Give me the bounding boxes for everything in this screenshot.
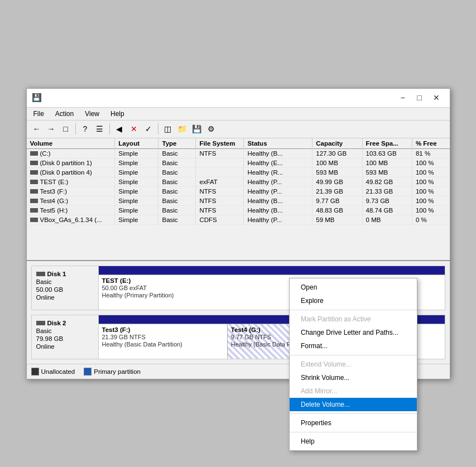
forward-button[interactable]: → bbox=[45, 122, 58, 136]
cell-type: Basic bbox=[158, 196, 196, 205]
check-button[interactable]: ✓ bbox=[142, 122, 155, 136]
menu-bar: File Action View Help bbox=[27, 108, 450, 121]
table-row[interactable]: (C:) Simple Basic NTFS Healthy (B... 127… bbox=[27, 148, 450, 158]
cell-free: 100 MB bbox=[362, 158, 412, 167]
maximize-button[interactable]: □ bbox=[412, 92, 427, 103]
table-row[interactable]: Test5 (H:) Simple Basic NTFS Healthy (B.… bbox=[27, 205, 450, 215]
cell-capacity: 127.30 GB bbox=[312, 148, 362, 158]
menu-action[interactable]: Action bbox=[51, 109, 78, 119]
ctx-item-4[interactable]: Change Drive Letter and Paths... bbox=[290, 326, 417, 339]
legend-unallocated: Unallocated bbox=[31, 368, 75, 375]
cell-pct: 100 % bbox=[412, 186, 449, 196]
menu-view[interactable]: View bbox=[80, 109, 104, 119]
ctx-item-10[interactable]: Delete Volume... bbox=[290, 398, 417, 411]
cell-fs: NTFS bbox=[196, 196, 244, 205]
menu-file[interactable]: File bbox=[29, 109, 49, 119]
partition-status: Healthy (Basic Data Partition) bbox=[102, 341, 224, 348]
new-button[interactable]: ◫ bbox=[161, 122, 175, 136]
disk-label-1: Disk 1 Basic 50.00 GB Online bbox=[32, 266, 99, 310]
help-button[interactable]: ? bbox=[79, 122, 92, 136]
cell-pct: 81 % bbox=[412, 148, 449, 158]
props-button[interactable]: ⚙ bbox=[205, 122, 218, 136]
disk-size: 50.00 GB bbox=[36, 286, 94, 293]
open-button[interactable]: 📁 bbox=[176, 122, 189, 136]
cell-status: Healthy (B... bbox=[244, 205, 312, 215]
cell-free: 593 MB bbox=[362, 167, 412, 177]
col-header-capacity[interactable]: Capacity bbox=[312, 138, 362, 149]
minimize-button[interactable]: − bbox=[395, 92, 411, 103]
close-button[interactable]: ✕ bbox=[429, 92, 444, 103]
back2-button[interactable]: ◀ bbox=[113, 122, 126, 136]
ctx-item-3: Mark Partition as Active bbox=[290, 312, 417, 326]
cell-status: Healthy (P... bbox=[244, 186, 312, 196]
cell-pct: 0 % bbox=[412, 215, 449, 224]
cell-capacity: 48.83 GB bbox=[312, 205, 362, 215]
ctx-item-9: Add Mirror... bbox=[290, 384, 417, 398]
cell-free: 49.82 GB bbox=[362, 177, 412, 186]
cell-pct: 100 % bbox=[412, 205, 449, 215]
cell-capacity: 100 MB bbox=[312, 158, 362, 167]
cell-type: Basic bbox=[158, 215, 196, 224]
cell-type: Basic bbox=[158, 148, 196, 158]
save-button[interactable]: 💾 bbox=[190, 122, 204, 136]
col-header-fs[interactable]: File System bbox=[196, 138, 244, 149]
window-controls: − □ ✕ bbox=[395, 92, 444, 103]
cell-free: 48.74 GB bbox=[362, 205, 412, 215]
cell-layout: Simple bbox=[115, 186, 158, 196]
cell-layout: Simple bbox=[115, 215, 158, 224]
cell-pct: 100 % bbox=[412, 196, 449, 205]
col-header-freespace[interactable]: Free Spa... bbox=[362, 138, 412, 149]
cell-status: Healthy (P... bbox=[244, 177, 312, 186]
cell-fs bbox=[196, 167, 244, 177]
col-header-status[interactable]: Status bbox=[244, 138, 312, 149]
volume-table-area: Volume Layout Type File System Status Ca… bbox=[27, 138, 450, 261]
table-row[interactable]: Test3 (F:) Simple Basic NTFS Healthy (P.… bbox=[27, 186, 450, 196]
back-button[interactable]: ← bbox=[30, 122, 44, 136]
ctx-item-5[interactable]: Format... bbox=[290, 339, 417, 353]
toolbar-sep-2 bbox=[109, 123, 110, 134]
col-header-type[interactable]: Type bbox=[158, 138, 196, 149]
cell-fs: NTFS bbox=[196, 148, 244, 158]
cell-fs: NTFS bbox=[196, 205, 244, 215]
cell-type: Basic bbox=[158, 205, 196, 215]
cell-volume: TEST (E:) bbox=[27, 177, 115, 186]
ctx-item-14[interactable]: Help bbox=[290, 435, 417, 448]
col-header-volume[interactable]: Volume bbox=[27, 138, 115, 149]
context-menu: OpenExploreMark Partition as ActiveChang… bbox=[289, 278, 417, 451]
col-header-layout[interactable]: Layout bbox=[115, 138, 158, 149]
cell-pct: 100 % bbox=[412, 158, 449, 167]
table-row[interactable]: VBox_GAs_6.1.34 (... Simple Basic CDFS H… bbox=[27, 215, 450, 224]
cell-layout: Simple bbox=[115, 158, 158, 167]
cell-free: 9.73 GB bbox=[362, 196, 412, 205]
partition-name: Test3 (F:) bbox=[102, 326, 224, 333]
legend-box-unalloc bbox=[31, 368, 39, 375]
ctx-item-8[interactable]: Shrink Volume... bbox=[290, 371, 417, 384]
table-row[interactable]: TEST (E:) Simple Basic exFAT Healthy (P.… bbox=[27, 177, 450, 186]
table-row[interactable]: (Disk 0 partition 1) Simple Basic Health… bbox=[27, 158, 450, 167]
toolbar-sep-1 bbox=[75, 123, 76, 134]
partition-2-1[interactable]: Test3 (F:) 21.39 GB NTFS Healthy (Basic … bbox=[99, 324, 228, 359]
list-button[interactable]: ☰ bbox=[93, 122, 107, 136]
table-row[interactable]: Test4 (G:) Simple Basic NTFS Healthy (B.… bbox=[27, 196, 450, 205]
cell-fs bbox=[196, 158, 244, 167]
disk-name: Disk 1 bbox=[47, 271, 66, 277]
table-row[interactable]: (Disk 0 partition 4) Simple Basic Health… bbox=[27, 167, 450, 177]
up-button[interactable]: □ bbox=[59, 122, 73, 136]
cell-status: Healthy (E... bbox=[244, 158, 312, 167]
stop-button[interactable]: ✕ bbox=[127, 122, 141, 136]
ctx-item-0[interactable]: Open bbox=[290, 281, 417, 294]
cell-free: 21.33 GB bbox=[362, 186, 412, 196]
toolbar: ← → □ ? ☰ ◀ ✕ ✓ ◫ 📁 💾 ⚙ bbox=[27, 121, 450, 138]
cell-layout: Simple bbox=[115, 177, 158, 186]
cell-fs: CDFS bbox=[196, 215, 244, 224]
disk-status: Online bbox=[36, 343, 94, 350]
ctx-item-1[interactable]: Explore bbox=[290, 294, 417, 307]
cell-volume: (Disk 0 partition 1) bbox=[27, 158, 115, 167]
cell-volume: (Disk 0 partition 4) bbox=[27, 167, 115, 177]
menu-help[interactable]: Help bbox=[106, 109, 129, 119]
col-header-freepct[interactable]: % Free bbox=[412, 138, 449, 149]
cell-type: Basic bbox=[158, 167, 196, 177]
cell-type: Basic bbox=[158, 177, 196, 186]
disk-size: 79.98 GB bbox=[36, 335, 94, 342]
ctx-item-12[interactable]: Properties bbox=[290, 416, 417, 430]
